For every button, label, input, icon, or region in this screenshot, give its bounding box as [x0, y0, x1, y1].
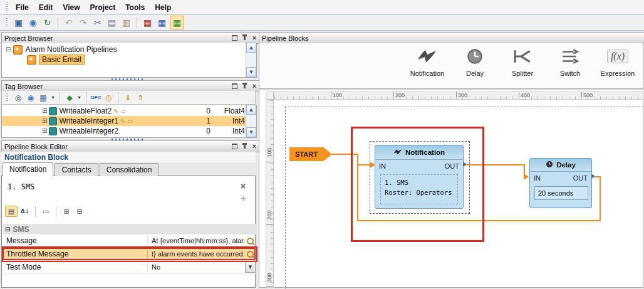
close-button[interactable]: × — [250, 82, 259, 90]
save-icon[interactable]: ▣ — [12, 16, 25, 29]
opc-icon[interactable]: OPC — [90, 92, 101, 103]
undo-icon[interactable]: ↶ — [62, 16, 75, 29]
scroll-down-icon[interactable]: ▼ — [246, 127, 256, 137]
menu-view[interactable]: View — [58, 1, 85, 14]
delay-block[interactable]: Delay IN OUT 20 seconds — [529, 158, 592, 208]
collapse-all-icon[interactable]: ⊟ — [74, 206, 85, 216]
clock-icon — [467, 46, 483, 67]
tab-contacts[interactable]: Contacts — [55, 163, 98, 176]
palette-label: Expression — [601, 70, 635, 77]
toolbar-grip[interactable] — [6, 93, 8, 102]
out-port-label[interactable]: OUT — [573, 174, 588, 182]
cut-icon[interactable]: ✂ — [91, 16, 104, 29]
add-notification-button[interactable]: + — [241, 193, 246, 204]
expander-icon[interactable]: ⊞ — [42, 118, 47, 124]
expander-icon[interactable]: ⊞ — [42, 128, 47, 134]
palette-label: Delay — [466, 70, 484, 77]
chevron-down-icon[interactable]: ▾ — [50, 92, 56, 103]
arrowhead-icon — [524, 174, 529, 180]
sort-az-icon[interactable]: A↓ — [19, 206, 31, 216]
float-button[interactable] — [230, 82, 239, 90]
notification-item-label[interactable]: 1. SMS — [8, 182, 34, 191]
block-title: Delay — [556, 161, 576, 169]
tag-row[interactable]: ⊞ WriteableInteger2 0 Int4 — [2, 126, 256, 136]
tree-node-basic-email[interactable]: Basic Email — [2, 55, 256, 65]
find-tag-icon[interactable]: ◎ — [13, 92, 24, 103]
categorized-view-icon[interactable]: ▤ — [5, 206, 18, 217]
palette-item-delay[interactable]: Delay — [451, 46, 499, 77]
expand-all-icon[interactable]: ⊞ — [61, 206, 72, 216]
tag-icon — [49, 127, 57, 135]
comm-read-icon[interactable]: ▦ — [155, 16, 169, 29]
toolbar-grip[interactable] — [6, 3, 8, 12]
separator — [86, 92, 86, 103]
tag-grid-icon[interactable]: ▦ — [38, 92, 49, 103]
db-status-icon[interactable]: ▦ — [141, 16, 154, 29]
block-palette-items: Notification Delay Splitter Switch f(x) … — [403, 46, 641, 77]
tag-row-selected[interactable]: ⊞ WriteableInteger1 ✎ ▭ 1 Int4 — [2, 116, 256, 126]
separator — [60, 92, 60, 103]
pipeline-blocks-header: Pipeline Blocks — [259, 32, 644, 44]
palette-item-switch[interactable]: Switch — [546, 46, 594, 77]
scroll-up-icon[interactable]: ▲ — [246, 105, 256, 115]
tag-browser-scrollbar[interactable]: ▲ ▼ — [246, 105, 256, 137]
globe-icon[interactable]: ◉ — [26, 16, 39, 29]
tree-node-pipelines[interactable]: ⊟ Alarm Notification Pipelines — [2, 45, 256, 55]
property-row-test-mode[interactable]: Test Mode No ▼ — [3, 261, 256, 274]
redo-icon[interactable]: ↷ — [76, 16, 90, 29]
menu-tools[interactable]: Tools — [120, 1, 150, 14]
annotation-box-throttled-message — [2, 246, 257, 262]
palette-item-notification[interactable]: Notification — [403, 46, 451, 77]
out-port-icon[interactable] — [591, 174, 595, 179]
separator — [58, 18, 58, 28]
float-button[interactable] — [230, 142, 239, 150]
splitter-icon — [513, 46, 532, 67]
property-value[interactable]: No — [148, 263, 245, 271]
close-button[interactable]: × — [250, 142, 259, 150]
export-tags-icon[interactable]: ⇑ — [135, 92, 146, 103]
expander-icon[interactable]: ⊟ — [6, 46, 11, 53]
float-icon — [232, 83, 237, 89]
keyboard-icon[interactable]: ▭ — [40, 206, 51, 216]
menu-edit[interactable]: Edit — [34, 1, 58, 14]
tab-notification[interactable]: Notification — [3, 162, 53, 176]
refresh-clock-icon[interactable]: ◷ — [103, 92, 114, 103]
toolbar-grip[interactable] — [6, 18, 8, 28]
browse-devices-icon[interactable]: ◉ — [25, 92, 36, 103]
palette-item-splitter[interactable]: Splitter — [499, 46, 546, 77]
close-button[interactable]: × — [250, 34, 259, 42]
palette-item-expression[interactable]: f(x) Expression — [594, 46, 641, 77]
ruler-label: 300 — [458, 92, 467, 98]
expander-icon[interactable]: ⊟ — [5, 226, 10, 233]
pin-button[interactable] — [240, 142, 249, 150]
property-row-message[interactable]: Message At {eventTime|hh:mm:ss}, alarm — [3, 234, 256, 248]
comm-read-write-icon[interactable]: ▦ — [170, 16, 184, 29]
property-label: Test Mode — [3, 263, 148, 271]
pin-button[interactable] — [240, 34, 249, 42]
edit-value-button[interactable] — [244, 238, 256, 244]
project-browser-scrollbar[interactable]: ▲ ▼ — [246, 43, 256, 77]
float-button[interactable] — [230, 34, 239, 42]
in-port-label[interactable]: IN — [534, 174, 541, 182]
property-value[interactable]: At {eventTime|hh:mm:ss}, alarm — [148, 237, 244, 244]
publish-icon[interactable]: ↻ — [41, 16, 54, 29]
tab-consolidation[interactable]: Consolidation — [100, 163, 159, 176]
menu-help[interactable]: Help — [150, 1, 176, 14]
tag-value: 0 — [183, 107, 210, 115]
menu-file[interactable]: File — [11, 1, 34, 14]
import-tags-icon[interactable]: ⇓ — [122, 92, 133, 103]
start-block[interactable]: START — [289, 147, 332, 161]
new-tag-icon[interactable]: ◆ — [64, 92, 75, 103]
property-group-sms[interactable]: ⊟ SMS — [3, 224, 256, 234]
chevron-down-icon[interactable]: ▾ — [76, 92, 82, 103]
menu-project[interactable]: Project — [85, 1, 120, 14]
scroll-up-icon[interactable]: ▲ — [246, 43, 256, 53]
tag-row[interactable]: ⊞ WriteableFloat2 ✎ ▭ 0 Float4 — [2, 106, 256, 116]
dropdown-button[interactable]: ▼ — [245, 261, 256, 273]
pin-button[interactable] — [240, 82, 249, 90]
copy-icon[interactable]: ▤ — [105, 16, 118, 29]
remove-notification-button[interactable]: × — [241, 181, 246, 191]
scroll-down-icon[interactable]: ▼ — [246, 67, 256, 77]
expander-icon[interactable]: ⊞ — [42, 108, 47, 114]
paste-icon[interactable]: ▥ — [120, 16, 133, 29]
